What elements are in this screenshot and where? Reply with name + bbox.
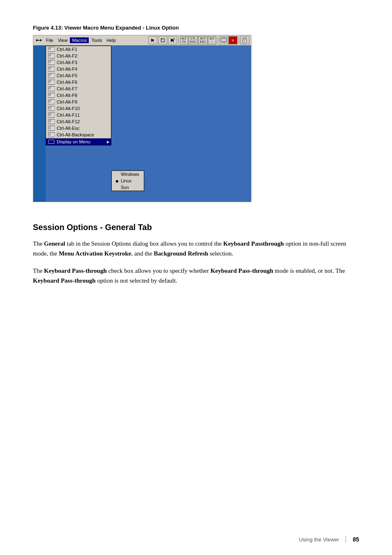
svg-rect-60 (48, 140, 54, 144)
submenu-sun[interactable]: Sun (112, 184, 144, 191)
macro-item-f6[interactable]: CAPF6 Ctrl-Alt-F6 (46, 79, 111, 85)
macro-item-f10[interactable]: CAPF10 Ctrl-Alt-F10 (46, 105, 111, 112)
menu-file[interactable]: File (44, 37, 55, 43)
macro-item-f12[interactable]: CAPF12 Ctrl-Alt-F12 (46, 118, 111, 125)
cursor-btn-2[interactable] (158, 36, 167, 44)
macro-label-f6: Ctrl-Alt-F6 (57, 80, 77, 85)
alt-f4-btn[interactable]: ALTF4 (180, 36, 188, 44)
macro-label-f10: Ctrl-Alt-F10 (57, 106, 80, 111)
svg-text:F8: F8 (48, 94, 51, 97)
macro-label-f8: Ctrl-Alt-F8 (57, 93, 77, 98)
macro-label-esc: Ctrl-Alt-Esc (57, 126, 80, 131)
linux-label: Linux (121, 178, 131, 183)
macro-label-f3: Ctrl-Alt-F3 (57, 60, 77, 65)
macro-dropdown: CAP F1 Ctrl-Alt-F1 CAPF2 Ctrl-Alt-F2 (46, 46, 111, 145)
kbd-icon-esc: CTLESC (48, 125, 55, 131)
pin-icon (35, 37, 43, 44)
kbd-icon-f12: CAPF12 (48, 119, 55, 124)
kbd-icon-f3: CAPF3 (48, 60, 55, 65)
keyboard-passthrough2-bold: Keyboard Pass-through (44, 267, 107, 274)
macro-label-f4: Ctrl-Alt-F4 (57, 67, 77, 71)
menu-view[interactable]: View (56, 37, 70, 43)
svg-text:F7: F7 (48, 88, 51, 90)
macro-item-f2[interactable]: CAPF2 Ctrl-Alt-F2 (46, 53, 111, 59)
svg-text:F9: F9 (48, 101, 51, 103)
display-on-menu-item[interactable]: Display on Menu (46, 138, 111, 145)
menu-help[interactable]: Help (104, 37, 118, 43)
macro-item-f1[interactable]: CAP F1 Ctrl-Alt-F1 (46, 46, 111, 53)
macro-item-f3[interactable]: CAPF3 Ctrl-Alt-F3 (46, 59, 111, 66)
sun-label: Sun (121, 185, 129, 190)
svg-rect-14 (244, 38, 246, 39)
macro-item-f4[interactable]: CAPF4 Ctrl-Alt-F4 (46, 66, 111, 72)
footer-text: Using the Viewer (299, 537, 339, 543)
svg-text:F3: F3 (48, 62, 51, 64)
clipboard-icon[interactable] (240, 36, 249, 44)
act-esc-btn[interactable]: ACTESC (198, 36, 207, 44)
kbd-icon-f10: CAPF10 (48, 106, 55, 111)
svg-text:F11: F11 (48, 114, 52, 116)
windows-label: Windows (121, 172, 139, 177)
macro-item-f7[interactable]: CAPF7 Ctrl-Alt-F7 (46, 85, 111, 92)
svg-line-7 (173, 38, 175, 39)
kbd-icon-f9: CAPF9 (48, 99, 55, 105)
svg-text:F6: F6 (48, 81, 51, 83)
sep2 (217, 37, 218, 44)
footer-separator (346, 536, 346, 543)
kbd-icon-f1: CAP F1 (48, 46, 55, 52)
display-on-menu-label: Display on Menu (57, 139, 90, 144)
macro-label-backspace: Ctrl-Alt-Backspace (57, 132, 94, 137)
display-icon (48, 139, 55, 145)
svg-text:F10: F10 (48, 108, 52, 110)
monitor-icon[interactable] (219, 36, 228, 44)
svg-text:F12: F12 (48, 121, 52, 123)
kbd-icon-f8: CAPF8 (48, 92, 55, 98)
svg-rect-2 (36, 39, 37, 41)
page-content: Figure 4.13: Viewer Macro Menu Expanded … (0, 0, 392, 318)
svg-rect-8 (221, 38, 226, 42)
section-heading: Session Options - General Tab (33, 223, 359, 232)
kbd-icon-f2: CAPF2 (48, 53, 55, 59)
kbd-icon-f7: CAPF7 (48, 86, 55, 92)
macro-label-f7: Ctrl-Alt-F7 (57, 86, 77, 91)
general-bold: General (44, 240, 65, 247)
svg-text:ESC: ESC (48, 128, 52, 129)
alt-arrow-btn[interactable]: ALT→ (208, 36, 216, 44)
macro-item-f5[interactable]: CAPF5 Ctrl-Alt-F5 (46, 72, 111, 79)
submenu-linux[interactable]: ◆ Linux (112, 177, 144, 184)
viewer-left-panel (33, 46, 46, 202)
background-refresh-bold: Background Refresh (154, 250, 208, 257)
toolbar-buttons: ALTF4 CTLESC ACTESC ALT→ (145, 36, 249, 44)
display-submenu: Windows ◆ Linux Sun (111, 170, 144, 191)
menu-macros[interactable]: Macros (70, 37, 89, 43)
svg-text:F4: F4 (48, 68, 51, 70)
page-number: 85 (353, 536, 359, 543)
menu-tools[interactable]: Tools (89, 37, 104, 43)
macro-item-f9[interactable]: CAPF9 Ctrl-Alt-F9 (46, 99, 111, 105)
ctl-esc-btn[interactable]: CTLESC (189, 36, 198, 44)
menu-activation-bold: Menu Activation Keystroke (59, 250, 131, 257)
macro-label-f2: Ctrl-Alt-F2 (57, 53, 77, 58)
kbd-icon-f6: CAPF6 (48, 79, 55, 85)
cursor-btn-3[interactable] (168, 36, 177, 44)
figure-container: File View Macros Tools Help (33, 35, 251, 202)
windows-radio (115, 172, 119, 177)
red-btn[interactable]: R (228, 36, 238, 44)
figure-caption: Figure 4.13: Viewer Macro Menu Expanded … (33, 25, 359, 31)
page-footer: Using the Viewer 85 (0, 536, 392, 543)
linux-radio: ◆ (115, 179, 119, 183)
viewer-main: CAP F1 Ctrl-Alt-F1 CAPF2 Ctrl-Alt-F2 (46, 46, 251, 202)
keyboard-passthrough4-bold: Keyboard Pass-through (33, 277, 96, 284)
svg-rect-9 (222, 42, 225, 42)
macro-item-f8[interactable]: CAPF8 Ctrl-Alt-F8 (46, 92, 111, 99)
macro-item-f11[interactable]: CAPF11 Ctrl-Alt-F11 (46, 112, 111, 118)
kbd-icon-f11: CAPF11 (48, 112, 55, 118)
paragraph-2: The Keyboard Pass-through check box allo… (33, 266, 359, 286)
svg-marker-1 (40, 39, 42, 41)
cursor-btn-1[interactable] (148, 36, 157, 44)
kbd-icon-f5: CAPF5 (48, 73, 55, 78)
svg-marker-3 (151, 39, 154, 42)
macro-item-esc[interactable]: CTLESC Ctrl-Alt-Esc (46, 125, 111, 131)
submenu-windows[interactable]: Windows (112, 171, 144, 177)
macro-item-backspace[interactable]: CTLBSP Ctrl-Alt-Backspace (46, 131, 111, 138)
